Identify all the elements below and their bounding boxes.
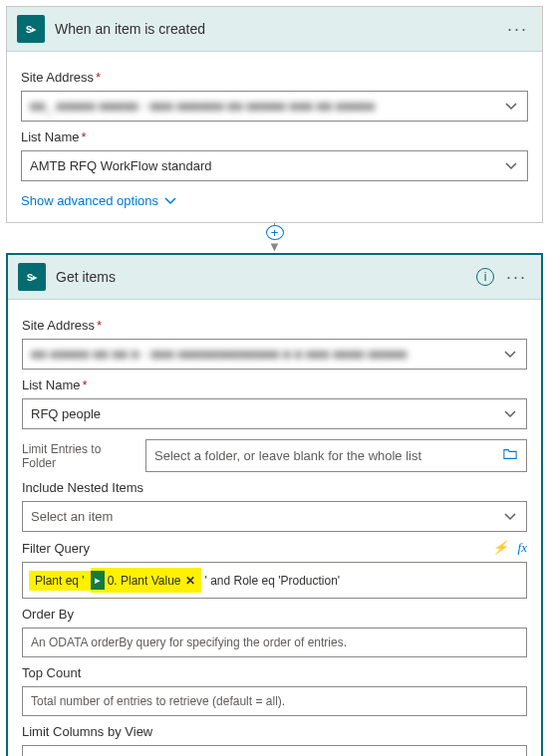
- nested-placeholder: Select an item: [31, 509, 498, 524]
- filter-query-input[interactable]: Plant eq ' ▸ 0. Plant Value ✕ ' and Role…: [22, 562, 527, 599]
- chevron-down-icon: [504, 511, 518, 523]
- topcount-input[interactable]: Total number of entries to retrieve (def…: [22, 686, 527, 716]
- filter-label: Filter Query: [22, 541, 90, 556]
- site-address-label: Site Address*: [22, 318, 527, 333]
- trigger-header[interactable]: s▸ When an item is created ···: [7, 7, 542, 52]
- show-advanced-link[interactable]: Show advanced options: [21, 193, 528, 208]
- chevron-down-icon: [504, 349, 518, 361]
- filter-prefix-token: Plant eq ': [29, 571, 91, 591]
- list-name-label: List Name*: [22, 378, 527, 392]
- filter-dynamic-token[interactable]: ▸ 0. Plant Value ✕: [91, 568, 201, 593]
- chevron-down-icon: [505, 101, 519, 113]
- limitcol-label: Limit Columns by View: [22, 724, 527, 739]
- trigger-menu-button[interactable]: ···: [503, 25, 532, 33]
- chevron-down-icon: [504, 408, 518, 420]
- nested-label: Include Nested Items: [22, 480, 527, 495]
- sharepoint-icon: s▸: [17, 15, 45, 43]
- flow-connector: + ▼: [6, 223, 543, 253]
- action-body: Site Address* ■■ ■■■■■ ■■ ■■ ■ - ■■■ ■■■…: [8, 300, 541, 756]
- limitcol-dropdown[interactable]: Select an item: [22, 745, 527, 756]
- arrow-down-icon: ▼: [268, 240, 281, 253]
- folder-label: Limit Entries to Folder: [22, 442, 134, 470]
- site-address-label: Site Address*: [21, 70, 528, 85]
- topcount-label: Top Count: [22, 665, 527, 680]
- orderby-input[interactable]: An ODATA orderBy query for specifying th…: [22, 628, 527, 657]
- action-header[interactable]: s▸ Get items i ···: [8, 255, 541, 300]
- list-name-dropdown[interactable]: AMTB RFQ WorkFlow standard: [21, 150, 528, 181]
- list-name-value: AMTB RFQ WorkFlow standard: [30, 158, 499, 173]
- list-name-label: List Name*: [21, 129, 528, 144]
- trigger-title: When an item is created: [55, 21, 503, 37]
- filter-suffix-text: ' and Role eq 'Production': [205, 574, 341, 588]
- sharepoint-token-icon: ▸: [91, 571, 105, 590]
- site-address-dropdown[interactable]: ■■ ■■■■■ ■■ ■■ ■ - ■■■ ■■■■■■■■■■■■■ ■ ■…: [22, 339, 527, 370]
- orderby-label: Order By: [22, 607, 527, 622]
- add-step-button[interactable]: +: [266, 225, 284, 240]
- chevron-down-icon: [164, 195, 176, 207]
- site-address-value: ■■ ■■■■■ ■■ ■■ ■ - ■■■ ■■■■■■■■■■■■■ ■ ■…: [31, 347, 498, 362]
- topcount-placeholder: Total number of entries to retrieve (def…: [31, 694, 518, 708]
- folder-placeholder: Select a folder, or leave blank for the …: [154, 448, 496, 463]
- remove-token-icon[interactable]: ✕: [185, 574, 195, 588]
- action-menu-button[interactable]: ···: [502, 273, 531, 281]
- list-name-dropdown[interactable]: RFQ people: [22, 398, 527, 429]
- folder-picker-icon[interactable]: [502, 447, 518, 464]
- dynamic-content-icon[interactable]: ⚡: [492, 540, 508, 556]
- folder-input[interactable]: Select a folder, or leave blank for the …: [145, 439, 527, 472]
- site-address-dropdown[interactable]: ■■_ ■■■■■ ■■■■■ - ■■■ ■■■■■■ ■■ ■■■■■ ■■…: [21, 91, 528, 122]
- action-card: s▸ Get items i ··· Site Address* ■■ ■■■■…: [6, 253, 543, 756]
- orderby-placeholder: An ODATA orderBy query for specifying th…: [31, 635, 518, 649]
- trigger-card: s▸ When an item is created ··· Site Addr…: [6, 6, 543, 223]
- chevron-down-icon: [505, 160, 519, 172]
- action-title: Get items: [56, 269, 476, 285]
- info-icon[interactable]: i: [476, 268, 494, 286]
- nested-dropdown[interactable]: Select an item: [22, 501, 527, 532]
- trigger-body: Site Address* ■■_ ■■■■■ ■■■■■ - ■■■ ■■■■…: [7, 52, 542, 222]
- sharepoint-icon: s▸: [18, 263, 46, 291]
- expression-icon[interactable]: fx: [518, 540, 527, 556]
- list-name-value: RFQ people: [31, 406, 498, 421]
- site-address-value: ■■_ ■■■■■ ■■■■■ - ■■■ ■■■■■■ ■■ ■■■■■ ■■…: [30, 99, 499, 114]
